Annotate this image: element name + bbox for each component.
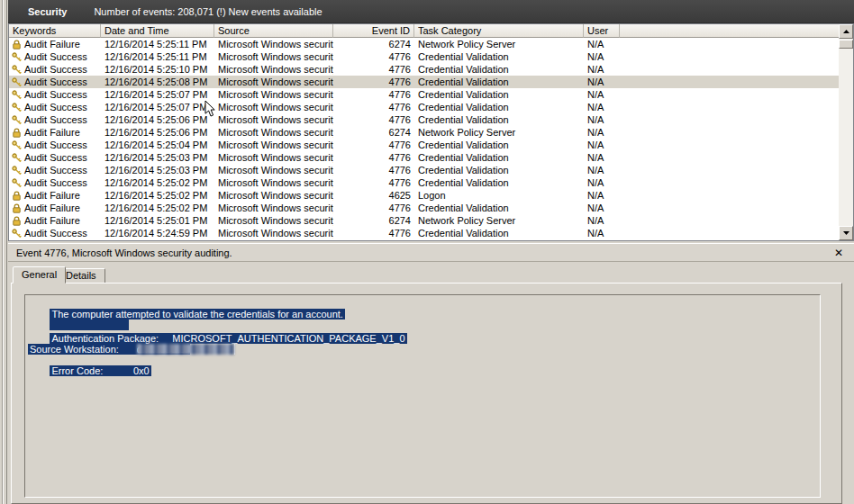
- task-category-cell: Credential Validation: [414, 101, 584, 113]
- event-id-cell: 4776: [333, 202, 414, 214]
- datetime-cell: 12/16/2014 5:25:03 PM: [101, 151, 214, 164]
- close-icon[interactable]: ✕: [831, 246, 846, 260]
- audit-success-key-icon: [12, 90, 22, 100]
- audit-success-key-icon: [12, 65, 22, 75]
- task-category-cell: Credential Validation: [414, 76, 584, 88]
- column-header-task-category[interactable]: Task Category: [414, 24, 584, 38]
- table-row[interactable]: Audit Failure12/16/2014 5:25:02 PMMicros…: [9, 189, 839, 202]
- datetime-cell: 12/16/2014 5:24:59 PM: [101, 227, 214, 239]
- event-id-cell: 4776: [333, 63, 414, 76]
- keyword-label: Audit Failure: [24, 38, 80, 50]
- table-row[interactable]: Audit Failure12/16/2014 5:25:02 PMMicros…: [9, 202, 839, 214]
- scroll-down-button[interactable]: [839, 226, 853, 240]
- log-title-bar: Security Number of events: 208,071 (!) N…: [8, 0, 854, 23]
- keywords-cell: Audit Success: [9, 101, 101, 113]
- table-row[interactable]: Audit Success12/16/2014 5:25:06 PMMicros…: [9, 113, 839, 126]
- keyword-label: Audit Success: [24, 63, 87, 76]
- audit-success-key-icon: [12, 166, 22, 176]
- tab-general[interactable]: General: [13, 266, 66, 284]
- column-header-date-and-time[interactable]: Date and Time: [101, 24, 214, 38]
- column-header-event-id[interactable]: Event ID: [333, 24, 414, 38]
- source-cell: Microsoft Windows security ...: [214, 50, 333, 63]
- datetime-cell: 12/16/2014 5:25:10 PM: [101, 63, 214, 76]
- column-header-row: Keywords Date and Time Source Event ID T…: [9, 24, 853, 38]
- user-cell: N/A: [584, 63, 620, 76]
- keyword-label: Audit Failure: [24, 214, 80, 227]
- table-row[interactable]: Audit Success12/16/2014 5:25:11 PMMicros…: [9, 50, 839, 63]
- keywords-cell: Audit Failure: [9, 202, 101, 214]
- scrollbar-thumb[interactable]: [839, 40, 853, 49]
- event-id-cell: 4776: [333, 139, 414, 151]
- event-id-cell: 6274: [333, 126, 414, 139]
- scroll-up-icon: [843, 30, 849, 33]
- table-row[interactable]: Audit Failure12/16/2014 5:25:01 PMMicros…: [9, 214, 839, 227]
- keywords-cell: Audit Success: [9, 76, 101, 88]
- audit-success-key-icon: [12, 140, 22, 150]
- event-description-box[interactable]: The computer attempted to validate the c…: [24, 294, 821, 498]
- source-cell: Microsoft Windows security ...: [214, 202, 333, 214]
- table-row[interactable]: Audit Failure12/16/2014 5:25:11 PMMicros…: [9, 38, 839, 50]
- column-header-source[interactable]: Source: [214, 24, 333, 38]
- log-name: Security: [28, 6, 67, 17]
- source-cell: Microsoft Windows security ...: [214, 63, 333, 76]
- event-rows: Audit Failure12/16/2014 5:25:11 PMMicros…: [9, 38, 839, 239]
- datetime-cell: 12/16/2014 5:25:07 PM: [101, 88, 214, 101]
- user-cell: N/A: [584, 76, 620, 88]
- audit-success-key-icon: [12, 52, 22, 62]
- column-header-user[interactable]: User: [584, 24, 620, 38]
- task-category-cell: Logon: [414, 189, 584, 202]
- keywords-cell: Audit Success: [9, 164, 101, 176]
- user-cell: N/A: [584, 151, 620, 164]
- table-row[interactable]: Audit Failure12/16/2014 5:25:06 PMMicros…: [9, 126, 839, 139]
- keyword-label: Audit Success: [24, 76, 87, 88]
- table-row[interactable]: Audit Success12/16/2014 5:25:04 PMMicros…: [9, 139, 839, 151]
- event-list: Keywords Date and Time Source Event ID T…: [8, 23, 854, 241]
- window-edge-strip: [0, 0, 8, 504]
- vertical-scrollbar[interactable]: [839, 24, 853, 240]
- general-tab-page: The computer attempted to validate the c…: [11, 283, 842, 504]
- source-cell: Microsoft Windows security ...: [214, 139, 333, 151]
- source-cell: Microsoft Windows security ...: [214, 164, 333, 176]
- logon-account-line: Logon Account: administrator: [28, 333, 190, 344]
- user-cell: N/A: [584, 227, 620, 239]
- audit-failure-lock-icon: [12, 216, 22, 226]
- error-code-line: Error Code: 0x0: [28, 355, 151, 365]
- source-cell: Microsoft Windows security ...: [214, 88, 333, 101]
- event-preview-pane: Event 4776, Microsoft Windows security a…: [8, 243, 854, 504]
- table-row[interactable]: Audit Success12/16/2014 5:24:59 PMMicros…: [9, 227, 839, 239]
- audit-failure-lock-icon: [12, 128, 22, 138]
- table-row[interactable]: Audit Success12/16/2014 5:25:02 PMMicros…: [9, 176, 839, 189]
- user-cell: N/A: [584, 50, 620, 63]
- source-cell: Microsoft Windows security ...: [214, 113, 333, 126]
- source-cell: Microsoft Windows security ...: [214, 126, 333, 139]
- event-id-cell: 4776: [333, 76, 414, 88]
- keyword-label: Audit Success: [24, 164, 87, 176]
- table-row[interactable]: Audit Success12/16/2014 5:25:10 PMMicros…: [9, 63, 839, 76]
- task-category-cell: Credential Validation: [414, 176, 584, 189]
- source-cell: Microsoft Windows security ...: [214, 227, 333, 239]
- table-row[interactable]: Audit Success12/16/2014 5:25:03 PMMicros…: [9, 151, 839, 164]
- source-cell: Microsoft Windows security ...: [214, 176, 333, 189]
- audit-success-key-icon: [12, 178, 22, 188]
- user-cell: N/A: [584, 88, 620, 101]
- description-blank-line: [28, 309, 129, 320]
- keyword-label: Audit Failure: [24, 202, 80, 214]
- table-row[interactable]: Audit Success12/16/2014 5:25:07 PMMicros…: [9, 88, 839, 101]
- task-category-cell: Credential Validation: [414, 151, 584, 164]
- datetime-cell: 12/16/2014 5:25:11 PM: [101, 38, 214, 50]
- scroll-up-button[interactable]: [839, 24, 853, 39]
- task-category-cell: Network Policy Server: [414, 38, 584, 50]
- table-row[interactable]: Audit Success12/16/2014 5:25:07 PMMicros…: [9, 101, 839, 113]
- keywords-cell: Audit Success: [9, 151, 101, 164]
- keyword-label: Audit Failure: [24, 189, 80, 202]
- table-row[interactable]: Audit Success12/16/2014 5:25:03 PMMicros…: [9, 164, 839, 176]
- audit-success-key-icon: [12, 103, 22, 112]
- table-row[interactable]: Audit Success12/16/2014 5:25:08 PMMicros…: [9, 76, 839, 88]
- user-cell: N/A: [584, 101, 620, 113]
- datetime-cell: 12/16/2014 5:25:04 PM: [101, 139, 214, 151]
- text-caret: [234, 344, 235, 355]
- source-workstation-line: Source Workstation:: [28, 344, 235, 355]
- event-id-cell: 4776: [333, 227, 414, 239]
- task-category-cell: Network Policy Server: [414, 126, 584, 139]
- column-header-keywords[interactable]: Keywords: [9, 24, 101, 38]
